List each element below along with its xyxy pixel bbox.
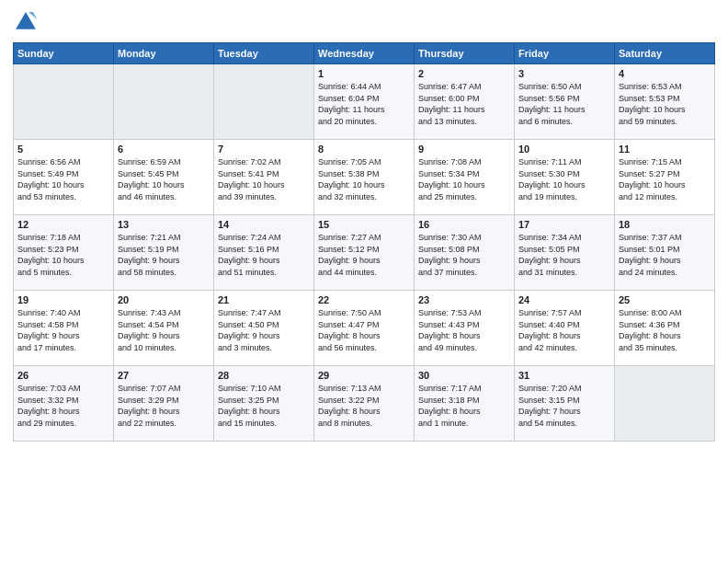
day-info: Sunrise: 7:15 AM Sunset: 5:27 PM Dayligh… (619, 156, 711, 202)
header-row: SundayMondayTuesdayWednesdayThursdayFrid… (14, 43, 715, 64)
day-info: Sunrise: 6:47 AM Sunset: 6:00 PM Dayligh… (418, 81, 510, 127)
day-number: 9 (418, 144, 510, 155)
day-info: Sunrise: 7:57 AM Sunset: 4:40 PM Dayligh… (518, 307, 610, 353)
day-info: Sunrise: 7:37 AM Sunset: 5:01 PM Dayligh… (619, 232, 711, 278)
calendar-cell: 15Sunrise: 7:27 AM Sunset: 5:12 PM Dayli… (314, 215, 415, 291)
calendar-cell: 5Sunrise: 6:56 AM Sunset: 5:49 PM Daylig… (14, 140, 114, 215)
day-number: 18 (619, 219, 711, 230)
day-number: 30 (418, 370, 510, 381)
day-number: 6 (118, 144, 210, 155)
calendar-cell: 4Sunrise: 6:53 AM Sunset: 5:53 PM Daylig… (615, 64, 715, 140)
calendar-cell: 12Sunrise: 7:18 AM Sunset: 5:23 PM Dayli… (14, 215, 114, 291)
day-number: 23 (418, 294, 510, 305)
week-row: 5Sunrise: 6:56 AM Sunset: 5:49 PM Daylig… (14, 140, 715, 215)
calendar-cell: 17Sunrise: 7:34 AM Sunset: 5:05 PM Dayli… (515, 215, 615, 291)
calendar-cell: 3Sunrise: 6:50 AM Sunset: 5:56 PM Daylig… (515, 64, 615, 140)
calendar-cell: 10Sunrise: 7:11 AM Sunset: 5:30 PM Dayli… (515, 140, 615, 215)
day-number: 4 (619, 68, 711, 79)
day-info: Sunrise: 7:30 AM Sunset: 5:08 PM Dayligh… (418, 232, 510, 278)
day-number: 20 (118, 294, 210, 305)
calendar-cell: 1Sunrise: 6:44 AM Sunset: 6:04 PM Daylig… (314, 64, 415, 140)
calendar-cell: 6Sunrise: 6:59 AM Sunset: 5:45 PM Daylig… (114, 140, 214, 215)
day-number: 10 (518, 144, 610, 155)
day-number: 25 (619, 294, 711, 305)
calendar-cell: 9Sunrise: 7:08 AM Sunset: 5:34 PM Daylig… (415, 140, 515, 215)
day-info: Sunrise: 6:50 AM Sunset: 5:56 PM Dayligh… (518, 81, 610, 127)
calendar-cell: 14Sunrise: 7:24 AM Sunset: 5:16 PM Dayli… (214, 215, 314, 291)
day-info: Sunrise: 7:03 AM Sunset: 3:32 PM Dayligh… (17, 383, 109, 429)
day-info: Sunrise: 7:43 AM Sunset: 4:54 PM Dayligh… (118, 307, 210, 353)
day-info: Sunrise: 7:34 AM Sunset: 5:05 PM Dayligh… (518, 232, 610, 278)
day-number: 11 (619, 144, 711, 155)
day-number: 1 (318, 68, 410, 79)
calendar-cell: 29Sunrise: 7:13 AM Sunset: 3:22 PM Dayli… (314, 366, 415, 442)
day-info: Sunrise: 7:50 AM Sunset: 4:47 PM Dayligh… (318, 307, 410, 353)
day-info: Sunrise: 7:27 AM Sunset: 5:12 PM Dayligh… (318, 232, 410, 278)
calendar-cell: 27Sunrise: 7:07 AM Sunset: 3:29 PM Dayli… (114, 366, 214, 442)
day-info: Sunrise: 7:53 AM Sunset: 4:43 PM Dayligh… (418, 307, 510, 353)
day-header-tuesday: Tuesday (214, 43, 314, 64)
calendar-cell: 28Sunrise: 7:10 AM Sunset: 3:25 PM Dayli… (214, 366, 314, 442)
header (13, 9, 715, 35)
calendar-cell (615, 366, 715, 442)
day-info: Sunrise: 7:21 AM Sunset: 5:19 PM Dayligh… (118, 232, 210, 278)
calendar-cell (214, 64, 314, 140)
calendar-cell: 23Sunrise: 7:53 AM Sunset: 4:43 PM Dayli… (415, 291, 515, 366)
day-header-sunday: Sunday (14, 43, 114, 64)
day-number: 21 (218, 294, 310, 305)
day-info: Sunrise: 7:40 AM Sunset: 4:58 PM Dayligh… (17, 307, 109, 353)
day-info: Sunrise: 7:24 AM Sunset: 5:16 PM Dayligh… (218, 232, 310, 278)
calendar-cell (114, 64, 214, 140)
day-number: 3 (518, 68, 610, 79)
svg-marker-1 (28, 12, 37, 19)
week-row: 19Sunrise: 7:40 AM Sunset: 4:58 PM Dayli… (14, 291, 715, 366)
day-number: 27 (118, 370, 210, 381)
day-header-saturday: Saturday (615, 43, 715, 64)
day-number: 8 (318, 144, 410, 155)
day-number: 15 (318, 219, 410, 230)
day-number: 29 (318, 370, 410, 381)
day-number: 28 (218, 370, 310, 381)
day-header-wednesday: Wednesday (314, 43, 415, 64)
day-info: Sunrise: 7:13 AM Sunset: 3:22 PM Dayligh… (318, 383, 410, 429)
day-info: Sunrise: 8:00 AM Sunset: 4:36 PM Dayligh… (619, 307, 711, 353)
calendar-cell: 7Sunrise: 7:02 AM Sunset: 5:41 PM Daylig… (214, 140, 314, 215)
calendar-cell: 11Sunrise: 7:15 AM Sunset: 5:27 PM Dayli… (615, 140, 715, 215)
calendar-table: SundayMondayTuesdayWednesdayThursdayFrid… (13, 42, 715, 442)
calendar-cell (14, 64, 114, 140)
day-number: 14 (218, 219, 310, 230)
day-info: Sunrise: 7:18 AM Sunset: 5:23 PM Dayligh… (17, 232, 109, 278)
calendar-cell: 24Sunrise: 7:57 AM Sunset: 4:40 PM Dayli… (515, 291, 615, 366)
day-number: 12 (17, 219, 109, 230)
calendar-cell: 13Sunrise: 7:21 AM Sunset: 5:19 PM Dayli… (114, 215, 214, 291)
day-number: 19 (17, 294, 109, 305)
day-info: Sunrise: 7:11 AM Sunset: 5:30 PM Dayligh… (518, 156, 610, 202)
day-number: 7 (218, 144, 310, 155)
day-info: Sunrise: 7:05 AM Sunset: 5:38 PM Dayligh… (318, 156, 410, 202)
day-info: Sunrise: 7:08 AM Sunset: 5:34 PM Dayligh… (418, 156, 510, 202)
calendar-cell: 20Sunrise: 7:43 AM Sunset: 4:54 PM Dayli… (114, 291, 214, 366)
day-info: Sunrise: 6:59 AM Sunset: 5:45 PM Dayligh… (118, 156, 210, 202)
day-number: 22 (318, 294, 410, 305)
day-info: Sunrise: 7:20 AM Sunset: 3:15 PM Dayligh… (518, 383, 610, 429)
week-row: 12Sunrise: 7:18 AM Sunset: 5:23 PM Dayli… (14, 215, 715, 291)
calendar-cell: 8Sunrise: 7:05 AM Sunset: 5:38 PM Daylig… (314, 140, 415, 215)
day-info: Sunrise: 7:10 AM Sunset: 3:25 PM Dayligh… (218, 383, 310, 429)
day-header-monday: Monday (114, 43, 214, 64)
day-info: Sunrise: 6:44 AM Sunset: 6:04 PM Dayligh… (318, 81, 410, 127)
calendar-container: SundayMondayTuesdayWednesdayThursdayFrid… (0, 0, 728, 447)
day-number: 24 (518, 294, 610, 305)
logo-icon (13, 9, 39, 35)
day-info: Sunrise: 6:56 AM Sunset: 5:49 PM Dayligh… (17, 156, 109, 202)
calendar-cell: 31Sunrise: 7:20 AM Sunset: 3:15 PM Dayli… (515, 366, 615, 442)
day-number: 31 (518, 370, 610, 381)
week-row: 1Sunrise: 6:44 AM Sunset: 6:04 PM Daylig… (14, 64, 715, 140)
day-header-thursday: Thursday (415, 43, 515, 64)
day-number: 2 (418, 68, 510, 79)
calendar-cell: 18Sunrise: 7:37 AM Sunset: 5:01 PM Dayli… (615, 215, 715, 291)
day-number: 17 (518, 219, 610, 230)
day-number: 13 (118, 219, 210, 230)
calendar-cell: 2Sunrise: 6:47 AM Sunset: 6:00 PM Daylig… (415, 64, 515, 140)
week-row: 26Sunrise: 7:03 AM Sunset: 3:32 PM Dayli… (14, 366, 715, 442)
calendar-cell: 22Sunrise: 7:50 AM Sunset: 4:47 PM Dayli… (314, 291, 415, 366)
